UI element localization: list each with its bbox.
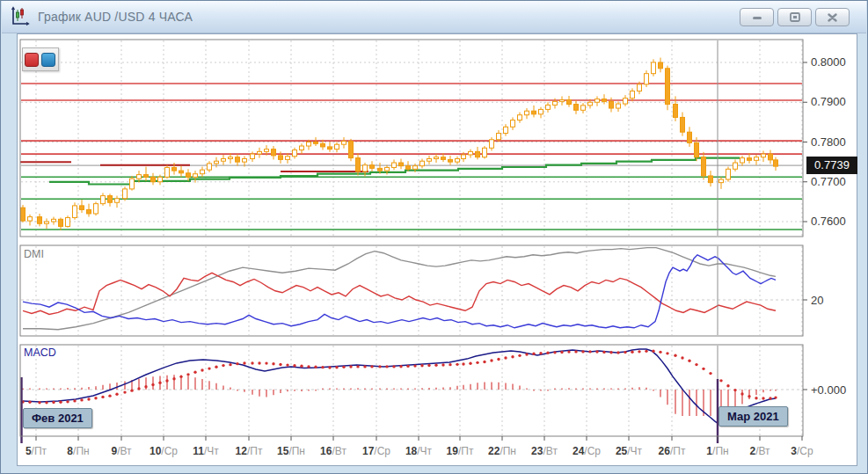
current-price-badge: 0.7739 — [806, 157, 857, 174]
candlestick-chart-icon — [10, 6, 31, 27]
month-badge-feb: Фев 2021 — [23, 408, 92, 428]
time-axis-label: 9/Вт — [111, 445, 131, 457]
time-axis-label: 3/Ср — [791, 445, 813, 457]
price-axis-label: 0.8000 — [811, 55, 846, 69]
month-badge-mar: Мар 2021 — [718, 406, 788, 427]
time-axis-label: 8/Пн — [67, 445, 89, 457]
window-title: График AUD /USD 4 ЧАСА — [38, 10, 193, 24]
time-axis-label: 24/Ср — [573, 445, 601, 457]
close-button[interactable] — [815, 8, 850, 26]
time-axis-label: 22/Пн — [488, 445, 516, 457]
close-icon — [828, 13, 837, 22]
red-series-icon[interactable] — [25, 53, 39, 67]
macd-panel-label: MACD — [24, 346, 56, 359]
dmi-panel-label: DMI — [24, 248, 44, 260]
time-axis-label: 16/Вт — [320, 445, 346, 457]
price-axis-label: 0.7800 — [811, 135, 846, 149]
price-axis-label: 0.7700 — [811, 175, 846, 188]
time-axis-label: 18/Чт — [405, 445, 432, 457]
time-axis-label: 11/Чт — [193, 445, 219, 457]
chart-client-area[interactable] — [17, 33, 857, 466]
time-axis-label: 26/Пт — [659, 445, 686, 457]
price-axis-label: 0.7900 — [811, 95, 846, 108]
time-axis-label: 15/Пн — [277, 445, 305, 457]
macd-zero-label: +0.000 — [811, 383, 846, 397]
maximize-icon — [790, 12, 800, 22]
dmi-level-label: 20 — [811, 294, 823, 307]
minimize-button[interactable] — [740, 8, 774, 26]
time-axis-label: 2/Вт — [749, 445, 770, 457]
time-axis-label: 17/Ср — [362, 445, 390, 457]
blue-series-icon[interactable] — [41, 53, 55, 67]
window-controls — [740, 8, 850, 26]
time-axis-label: 25/Чт — [616, 445, 642, 457]
time-axis-label: 12/Пт — [236, 445, 263, 457]
time-axis-label: 19/Пт — [447, 445, 474, 457]
minimize-icon — [752, 13, 762, 22]
chart-mini-toolbar — [22, 47, 59, 71]
time-axis-label: 5/Пт — [26, 445, 47, 457]
time-axis-label: 1/Пн — [706, 445, 728, 457]
price-axis-label: 0.7600 — [811, 215, 846, 228]
maximize-button[interactable] — [777, 8, 812, 26]
chart-window: График AUD /USD 4 ЧАСА DMI MACD 20 +0.00… — [0, 0, 868, 474]
time-axis-label: 23/Вт — [531, 445, 558, 457]
title-bar[interactable]: График AUD /USD 4 ЧАСА — [2, 1, 866, 33]
time-axis-label: 10/Ср — [150, 445, 178, 457]
